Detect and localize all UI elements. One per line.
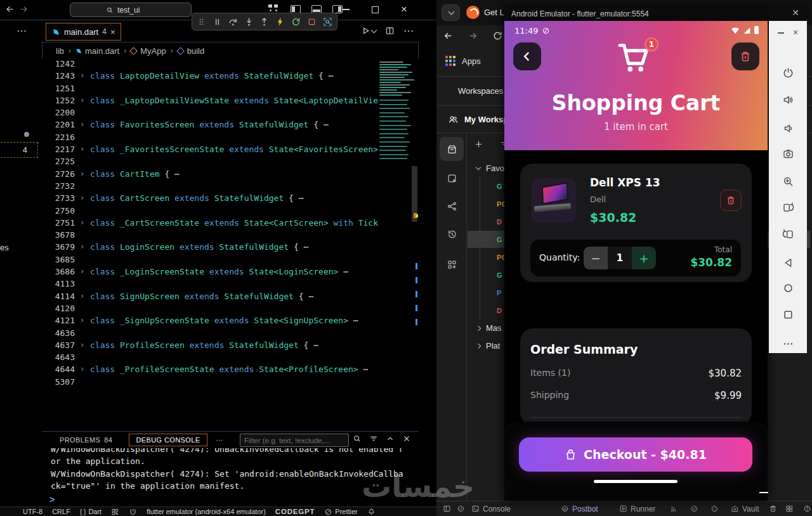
maximize-icon[interactable] bbox=[360, 0, 390, 19]
clear-cart-button[interactable] bbox=[731, 42, 759, 70]
step-over-icon[interactable] bbox=[226, 15, 239, 28]
statusbar-utf-8[interactable]: UTF-8 bbox=[23, 508, 43, 515]
statusbar-crlf[interactable]: CRLF bbox=[52, 508, 70, 515]
search-icon[interactable] bbox=[353, 434, 362, 443]
panel-more-icon[interactable]: ⋯ bbox=[211, 434, 228, 447]
footer-runner[interactable]: Runner bbox=[619, 505, 655, 513]
pause-icon[interactable] bbox=[211, 15, 224, 28]
collections-icon[interactable] bbox=[440, 137, 464, 161]
grid-icon[interactable] bbox=[785, 505, 794, 513]
bell-icon[interactable] bbox=[367, 508, 376, 516]
collapse-icon[interactable] bbox=[386, 434, 395, 443]
power-icon[interactable] bbox=[769, 67, 807, 79]
overview-square-icon[interactable] bbox=[769, 309, 807, 321]
chevron-down-icon[interactable] bbox=[476, 165, 481, 170]
console-filter-input[interactable] bbox=[240, 434, 349, 447]
capture-icon[interactable] bbox=[670, 505, 678, 513]
run-debug-button[interactable] bbox=[361, 26, 376, 35]
new-block-icon[interactable] bbox=[440, 252, 464, 276]
back-triangle-icon[interactable] bbox=[769, 257, 807, 269]
zoom-in-icon[interactable] bbox=[769, 176, 807, 188]
trash-icon[interactable] bbox=[769, 505, 777, 513]
fold-chevron-icon[interactable]: › bbox=[80, 193, 89, 202]
filter-lines-icon[interactable] bbox=[369, 434, 378, 443]
quantity-minus-button[interactable]: − bbox=[584, 247, 608, 269]
history-icon[interactable] bbox=[440, 222, 464, 246]
cookie-icon[interactable] bbox=[710, 505, 719, 513]
plus-icon[interactable] bbox=[474, 139, 483, 149]
more-actions-icon[interactable]: ⋯ bbox=[403, 25, 414, 37]
forward-arrow-icon[interactable] bbox=[468, 30, 478, 41]
resize-handle[interactable] bbox=[759, 492, 768, 493]
layout-icon[interactable] bbox=[443, 505, 451, 513]
tab-main-dart[interactable]: main.dart 4 × bbox=[46, 23, 121, 41]
checkout-button[interactable]: Checkout - $40.81 bbox=[519, 437, 752, 472]
breadcrumb-main-dart[interactable]: main.dart bbox=[75, 46, 119, 56]
close-icon[interactable]: ✕ bbox=[792, 8, 799, 18]
step-into-icon[interactable] bbox=[242, 15, 255, 28]
tab-problems[interactable]: PROBLEMS 84 bbox=[55, 434, 117, 446]
footer-postbot[interactable]: Postbot bbox=[561, 505, 598, 513]
remove-item-button[interactable] bbox=[720, 190, 742, 211]
close-icon[interactable]: × bbox=[390, 0, 419, 19]
fold-chevron-icon[interactable]: › bbox=[80, 96, 89, 105]
close-icon[interactable] bbox=[402, 434, 411, 443]
quantity-plus-button[interactable]: + bbox=[632, 247, 656, 269]
camera-icon[interactable] bbox=[769, 148, 807, 160]
workspaces-menu[interactable]: Workspaces bbox=[458, 86, 503, 96]
fold-chevron-icon[interactable]: › bbox=[80, 292, 89, 300]
tab-close-icon[interactable]: × bbox=[110, 27, 115, 37]
drag-handle-icon[interactable] bbox=[195, 15, 208, 28]
chevron-right-icon[interactable] bbox=[476, 343, 481, 348]
forward-arrow-icon[interactable] bbox=[19, 4, 29, 14]
more-dots-icon[interactable] bbox=[769, 338, 807, 350]
check-circle-icon[interactable] bbox=[690, 505, 698, 513]
split-editor-icon[interactable] bbox=[385, 26, 395, 35]
footer-vault[interactable]: Vault bbox=[731, 505, 759, 513]
fold-chevron-icon[interactable]: › bbox=[80, 218, 89, 227]
home-circle-icon[interactable] bbox=[769, 282, 807, 294]
inspector-icon[interactable] bbox=[321, 15, 334, 28]
environments-icon[interactable] bbox=[440, 166, 464, 190]
cat-icon[interactable] bbox=[129, 508, 137, 516]
statusbar-codegpt[interactable]: CODEGPT bbox=[275, 508, 315, 515]
fold-chevron-icon[interactable]: › bbox=[80, 120, 89, 129]
more-actions-icon[interactable]: ⋯ bbox=[16, 25, 27, 37]
minimize-icon[interactable] bbox=[778, 27, 784, 37]
emulator-titlebar[interactable]: Android Emulator - flutter_emulator:5554… bbox=[504, 6, 807, 21]
tab-debug-console[interactable]: DEBUG CONSOLE bbox=[129, 434, 207, 446]
refresh-icon[interactable] bbox=[492, 30, 503, 41]
command-center-search[interactable] bbox=[70, 3, 192, 17]
search-input[interactable] bbox=[117, 6, 155, 15]
fold-chevron-icon[interactable]: › bbox=[80, 242, 89, 251]
tab-list-chevron-icon[interactable] bbox=[442, 4, 460, 21]
chevron-right-icon[interactable] bbox=[476, 325, 481, 330]
statusbar-dart[interactable]: { }Dart bbox=[80, 508, 102, 515]
check-circle-icon[interactable] bbox=[457, 505, 465, 513]
fold-chevron-icon[interactable]: › bbox=[80, 267, 89, 276]
back-arrow-icon[interactable] bbox=[443, 30, 454, 41]
close-icon[interactable]: × bbox=[793, 27, 798, 37]
fold-chevron-icon[interactable]: › bbox=[80, 71, 89, 80]
stop-icon[interactable] bbox=[305, 15, 318, 28]
fold-chevron-icon[interactable]: › bbox=[80, 145, 89, 153]
fold-chevron-icon[interactable]: › bbox=[80, 364, 89, 373]
breadcrumb-build[interactable]: build bbox=[178, 46, 204, 56]
breadcrumb-lib[interactable]: lib bbox=[56, 46, 64, 56]
console-prompt[interactable]: > bbox=[49, 494, 55, 505]
home-indicator[interactable] bbox=[594, 480, 678, 483]
qr-icon[interactable] bbox=[111, 508, 119, 516]
workspace-name[interactable]: My Workspa bbox=[448, 114, 513, 125]
footer-console[interactable]: Console bbox=[471, 505, 511, 513]
restart-icon[interactable] bbox=[290, 15, 303, 28]
volume-up-icon[interactable] bbox=[769, 94, 807, 106]
rotate-right-icon[interactable] bbox=[769, 228, 807, 240]
apis-icon[interactable] bbox=[440, 194, 464, 218]
statusbar-flutter-emulator-android[interactable]: flutter emulator (android-x64 emulator) bbox=[147, 508, 266, 515]
fold-chevron-icon[interactable]: › bbox=[80, 169, 89, 178]
fold-chevron-icon[interactable]: › bbox=[80, 340, 89, 349]
code-editor[interactable]: 12421243›class LaptopDetailView extends … bbox=[42, 59, 419, 431]
help-icon[interactable] bbox=[803, 505, 811, 513]
fold-chevron-icon[interactable]: › bbox=[80, 316, 89, 325]
back-button[interactable] bbox=[513, 42, 541, 70]
